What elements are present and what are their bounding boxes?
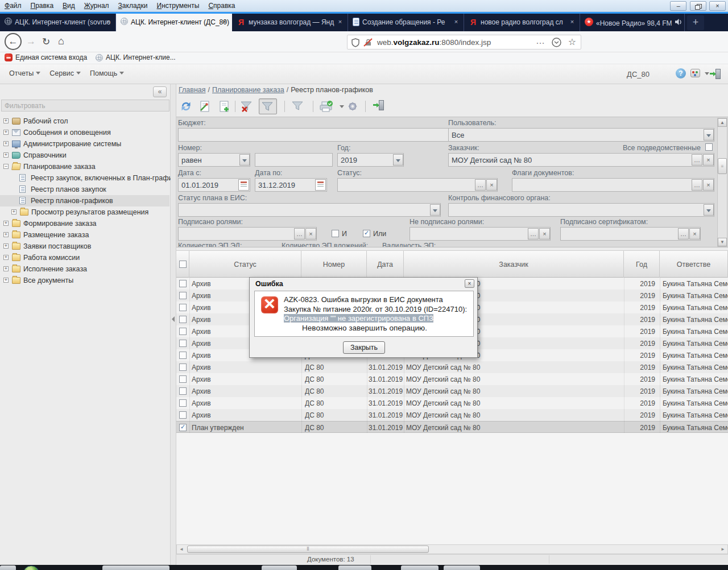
tree-expander-icon[interactable]: + xyxy=(3,141,9,146)
row-checkbox[interactable] xyxy=(179,292,187,299)
table-row[interactable]: План утвержденДС 8031.01.2019МОУ Детский… xyxy=(176,421,728,433)
windows-taskbar[interactable] xyxy=(0,565,728,570)
flags-lookup-button[interactable]: … xyxy=(692,179,702,191)
number-op-caret[interactable] xyxy=(239,154,250,166)
signed-roles-field[interactable]: … × xyxy=(178,227,317,241)
clear-filter-button[interactable] xyxy=(239,98,255,114)
taskbar-button[interactable] xyxy=(444,565,480,570)
table-row[interactable]: АрхивДС 8031.01.2019МОУ Детский сад № 80… xyxy=(176,361,728,373)
logout-icon[interactable] xyxy=(710,69,721,79)
tree-item[interactable]: Реестр закупок, включенных в План-график xyxy=(0,172,169,184)
tree-expander-icon[interactable]: + xyxy=(3,152,9,158)
date-to-field[interactable]: 31.12.2019 xyxy=(255,178,327,192)
browser-menu-item[interactable]: Справка xyxy=(204,0,239,11)
url-text[interactable]: web.volgzakaz.ru:8080/index.jsp xyxy=(377,38,491,47)
tree-expander-icon[interactable]: + xyxy=(3,243,9,249)
signed-cert-clear-button[interactable]: × xyxy=(689,228,700,239)
start-orb[interactable] xyxy=(23,565,40,570)
column-header-4[interactable]: Заказчик xyxy=(404,251,624,278)
row-checkbox[interactable] xyxy=(179,387,187,395)
status-lookup-button[interactable]: … xyxy=(475,179,486,191)
user-select[interactable]: Все xyxy=(448,128,714,142)
horizontal-scrollbar[interactable]: ◄ ⦀ ► xyxy=(176,544,728,554)
taskbar-button[interactable] xyxy=(0,565,16,570)
tab-close-icon[interactable]: × xyxy=(221,18,229,26)
back-button[interactable]: ← xyxy=(5,33,22,50)
browser-tab[interactable]: ★«Новое Радио» 98,4 FM× xyxy=(580,14,685,31)
tree-item[interactable]: +Заявки поставщиков xyxy=(0,241,169,252)
tree-expander-icon[interactable]: + xyxy=(3,221,9,226)
tree-expander-icon[interactable]: + xyxy=(3,266,9,271)
table-row[interactable]: АрхивДС 8031.01.2019МОУ Детский сад № 80… xyxy=(176,385,728,397)
minimize-button[interactable]: – xyxy=(670,1,686,11)
tree-expander-icon[interactable]: + xyxy=(3,232,9,237)
fin-control-caret[interactable] xyxy=(704,204,714,216)
tree-item[interactable]: Реестр планов закупок xyxy=(0,184,169,195)
bookmark-item[interactable]: Единая система входа xyxy=(5,53,87,63)
refresh-button[interactable] xyxy=(178,98,194,114)
year-caret[interactable] xyxy=(393,154,403,166)
status-clear-button[interactable]: × xyxy=(486,179,497,191)
scroll-up-icon[interactable]: ▲ xyxy=(718,118,727,127)
tree-item[interactable]: +Размещение заказа xyxy=(0,229,169,241)
date-to-calendar-icon[interactable] xyxy=(315,179,326,191)
column-header-5[interactable]: Год xyxy=(624,251,660,278)
row-checkbox[interactable] xyxy=(179,424,187,431)
new-tab-button[interactable]: + xyxy=(687,15,704,30)
scrollbar-thumb[interactable]: ≡ xyxy=(718,158,727,174)
unsigned-roles-field[interactable]: … × xyxy=(410,227,551,241)
scroll-right-icon[interactable]: ► xyxy=(718,545,727,554)
home-button[interactable]: ⌂ xyxy=(58,35,64,47)
browser-menu-item[interactable]: Вид xyxy=(58,0,80,11)
reload-button[interactable]: ↻ xyxy=(42,36,50,48)
browser-menu-item[interactable]: Журнал xyxy=(80,0,114,11)
year-select[interactable]: 2019 xyxy=(337,153,404,167)
tree-item[interactable]: −Планирование заказа xyxy=(0,161,169,172)
panel-splitter[interactable] xyxy=(171,84,176,565)
theme-dropdown-caret[interactable] xyxy=(705,72,709,75)
page-actions-icon[interactable]: … xyxy=(536,36,545,46)
tree-expander-icon[interactable]: + xyxy=(3,130,9,135)
tab-close-icon[interactable]: × xyxy=(673,18,681,26)
tab-close-icon[interactable]: × xyxy=(336,18,344,26)
hscrollbar-thumb[interactable]: ⦀ xyxy=(187,546,429,553)
exit-door-icon[interactable] xyxy=(371,100,387,116)
row-checkbox[interactable] xyxy=(179,280,187,287)
tree-item[interactable]: +Работа комиссии xyxy=(0,252,169,263)
browser-tab[interactable]: Создание обращения - Ре× xyxy=(348,14,464,31)
and-checkbox[interactable] xyxy=(332,230,339,237)
help-icon[interactable]: ? xyxy=(676,68,686,79)
tree-expander-icon[interactable]: − xyxy=(3,164,9,169)
row-checkbox[interactable] xyxy=(179,352,187,359)
flags-field[interactable]: … × xyxy=(512,178,714,192)
user-dropdown-caret[interactable] xyxy=(704,129,714,141)
shield-icon[interactable] xyxy=(351,38,359,49)
row-checkbox[interactable] xyxy=(179,328,187,335)
restore-button[interactable] xyxy=(690,1,706,11)
filter-button-active[interactable] xyxy=(259,98,277,114)
breadcrumb-item[interactable]: Главная xyxy=(179,86,206,94)
forward-button[interactable]: → xyxy=(26,36,36,47)
taskbar-button[interactable] xyxy=(338,565,371,570)
bookmark-star-icon[interactable]: ☆ xyxy=(568,36,576,47)
row-checkbox[interactable] xyxy=(179,399,187,407)
customer-lookup-button[interactable]: … xyxy=(692,154,702,166)
app-menu-Сервис[interactable]: Сервис xyxy=(49,69,81,77)
tab-close-icon[interactable]: × xyxy=(452,18,460,26)
signed-cert-field[interactable]: … × xyxy=(560,227,701,241)
pocket-icon[interactable] xyxy=(552,38,561,49)
table-row[interactable]: АрхивДС 8031.01.2019МОУ Детский сад № 80… xyxy=(176,373,728,385)
tree-item[interactable]: +Просмотр результатов размещения xyxy=(0,206,169,218)
signed-roles-clear-button[interactable]: × xyxy=(305,228,316,239)
tree-item[interactable]: +Формирование заказа xyxy=(0,218,169,229)
tree-expander-icon[interactable]: + xyxy=(3,255,9,260)
print-check-button[interactable] xyxy=(318,98,334,114)
browser-tab[interactable]: АЦК. Интернет-клиент (ДС_80)× xyxy=(116,14,232,31)
filter-scrollbar[interactable]: ▲ ≡ ▼ xyxy=(717,118,727,247)
scroll-down-icon[interactable]: ▼ xyxy=(718,238,727,246)
settings-gear-icon[interactable] xyxy=(345,98,361,114)
row-checkbox[interactable] xyxy=(179,316,187,323)
browser-tab[interactable]: Ямунзаказ волгоград — Янд× xyxy=(232,14,348,31)
new-document-button[interactable] xyxy=(216,98,232,114)
browser-menu-item[interactable]: Файл xyxy=(0,0,26,11)
